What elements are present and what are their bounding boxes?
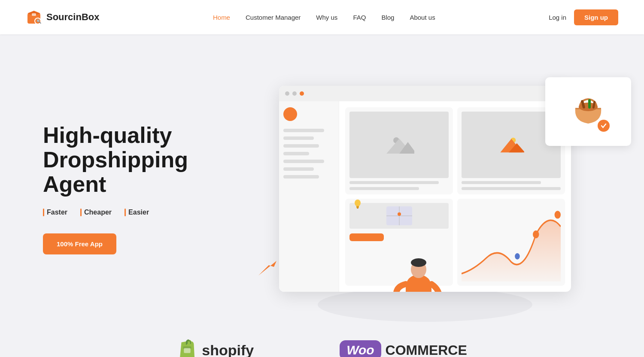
card-line-1	[349, 181, 439, 184]
nav-why-us[interactable]: Why us	[316, 14, 337, 21]
feature-bar	[80, 209, 82, 216]
chart-area	[462, 203, 561, 281]
svg-rect-2	[32, 13, 36, 16]
sidebar-line-4	[283, 152, 309, 155]
hero-features: Faster Cheaper Easier	[43, 209, 232, 216]
panel-card-4	[457, 199, 565, 286]
sidebar-avatar	[283, 107, 297, 121]
brand-name: SourcinBox	[46, 12, 99, 23]
svg-rect-17	[356, 206, 359, 208]
svg-point-28	[533, 230, 539, 238]
feature-easier: Easier	[125, 209, 149, 216]
shopify-icon	[177, 339, 197, 357]
hero-title: High-quality Dropshipping Agent	[43, 123, 232, 197]
svg-point-15	[398, 212, 401, 216]
feature-faster: Faster	[43, 209, 67, 216]
bulb-icon	[354, 199, 361, 212]
nav-about-us[interactable]: About us	[410, 14, 435, 21]
svg-point-29	[515, 253, 520, 260]
login-button[interactable]: Log in	[549, 14, 566, 21]
feature-bar	[43, 209, 44, 216]
nav-faq[interactable]: FAQ	[353, 14, 366, 21]
svg-rect-18	[357, 208, 358, 209]
dot-3	[300, 91, 304, 96]
panel-sidebar	[279, 101, 339, 292]
svg-point-16	[355, 200, 361, 206]
cta-button[interactable]: 100% Free App	[43, 233, 116, 254]
svg-text:🔍: 🔍	[36, 19, 42, 24]
basket-content	[569, 91, 608, 132]
svg-marker-35	[258, 261, 276, 275]
browser-bar	[279, 86, 571, 101]
nav-actions: Log in Sign up	[549, 9, 618, 25]
sidebar-line-2	[283, 136, 314, 140]
panel-card-3	[345, 199, 453, 286]
sidebar-line-7	[283, 175, 319, 178]
chat-bubble	[349, 233, 384, 241]
brand-logo[interactable]: 🔍 SourcinBox	[26, 9, 99, 25]
brand-icon: 🔍	[26, 9, 42, 25]
sidebar-line-1	[283, 129, 324, 132]
dot-2	[292, 91, 297, 96]
float-card-basket	[545, 77, 631, 146]
dot-1	[285, 91, 289, 96]
sidebar-line-6	[283, 167, 314, 171]
card-image-1	[349, 112, 449, 178]
browser-content	[279, 101, 571, 292]
hero-section: High-quality Dropshipping Agent Faster C…	[0, 34, 644, 326]
svg-rect-37	[184, 348, 191, 353]
woo-logo: Woo COMMERCE	[340, 340, 467, 357]
svg-point-30	[555, 211, 561, 218]
person-illustration	[389, 250, 449, 292]
nav-blog[interactable]: Blog	[381, 14, 394, 21]
panel-main	[339, 101, 571, 292]
browser-window	[279, 86, 571, 292]
navbar: 🔍 SourcinBox Home Customer Manager Why u…	[0, 0, 644, 34]
card-line-3	[462, 181, 541, 184]
arrow-icon	[258, 259, 278, 279]
feature-cheaper: Cheaper	[80, 209, 112, 216]
panel-card-1	[345, 107, 453, 194]
svg-rect-33	[588, 99, 591, 109]
map-placeholder	[349, 203, 449, 229]
nav-customer-manager[interactable]: Customer Manager	[246, 14, 301, 21]
ground-ellipse	[318, 287, 532, 322]
svg-point-21	[411, 258, 426, 267]
signup-button[interactable]: Sign up	[574, 9, 618, 25]
footer-logos: shopify Woo COMMERCE	[0, 326, 644, 357]
sidebar-line-5	[283, 160, 324, 163]
card-line-4	[462, 187, 561, 190]
shopify-label: shopify	[202, 342, 254, 357]
card-line-2	[349, 187, 419, 190]
hero-illustration	[232, 64, 618, 313]
sidebar-line-3	[283, 144, 319, 148]
woo-bubble: Woo	[340, 340, 381, 357]
commerce-label: COMMERCE	[386, 342, 467, 357]
shopify-logo: shopify	[177, 339, 254, 357]
nav-links: Home Customer Manager Why us FAQ Blog Ab…	[213, 14, 435, 21]
feature-bar	[125, 209, 126, 216]
checkmark-badge	[598, 120, 610, 132]
hero-left: High-quality Dropshipping Agent Faster C…	[43, 123, 232, 255]
nav-home[interactable]: Home	[213, 14, 230, 21]
